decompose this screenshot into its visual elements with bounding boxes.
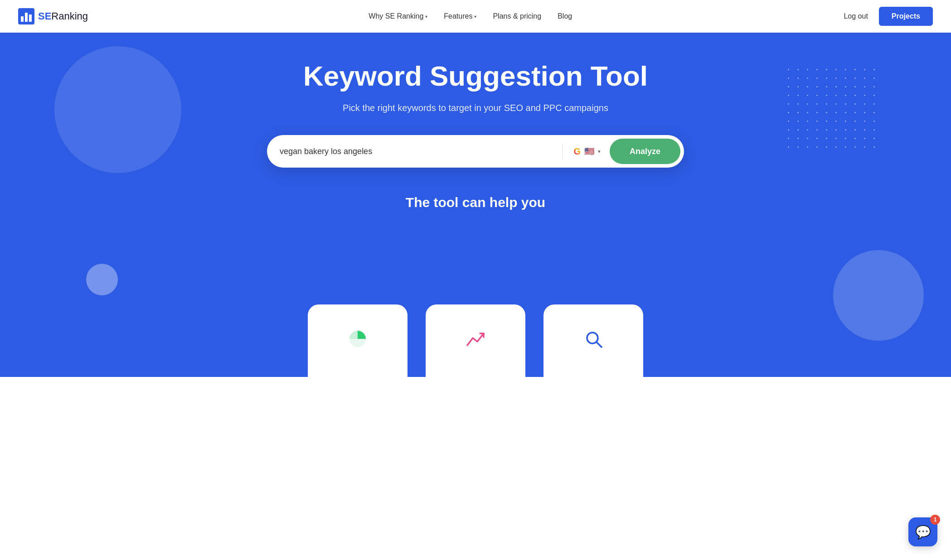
- hero-subtitle: Pick the right keywords to target in you…: [303, 103, 648, 113]
- bottom-title: The tool can help you: [9, 195, 942, 210]
- deco-dot: [788, 95, 789, 96]
- deco-dot: [826, 77, 827, 79]
- deco-dot: [835, 95, 837, 96]
- deco-dot: [854, 86, 856, 87]
- svg-line-5: [597, 342, 602, 347]
- deco-dot: [854, 103, 856, 105]
- deco-dot: [845, 121, 846, 122]
- analyze-button[interactable]: Analyze: [610, 139, 680, 164]
- deco-dot: [816, 69, 818, 70]
- chevron-down-icon: ▾: [425, 14, 427, 19]
- deco-dot: [845, 69, 846, 70]
- deco-dot: [873, 112, 875, 113]
- deco-dot: [873, 103, 875, 105]
- deco-dot: [873, 129, 875, 130]
- feature-card-3: [543, 304, 643, 377]
- deco-dot: [797, 138, 799, 139]
- logout-link[interactable]: Log out: [844, 12, 868, 20]
- deco-dot: [816, 146, 818, 148]
- deco-dot: [864, 129, 865, 130]
- deco-dot: [873, 86, 875, 87]
- search-engine-selector[interactable]: G 🇺🇸 ▾: [570, 146, 604, 157]
- deco-dot: [845, 95, 846, 96]
- deco-dot: [807, 129, 808, 130]
- google-icon: G: [573, 146, 581, 157]
- search-bar: G 🇺🇸 ▾ Analyze: [267, 135, 684, 168]
- deco-dot: [807, 146, 808, 148]
- deco-dot: [854, 121, 856, 122]
- deco-dot: [816, 121, 818, 122]
- deco-dot: [864, 138, 865, 139]
- deco-dot: [864, 112, 865, 113]
- nav-item-plans-pricing[interactable]: Plans & pricing: [493, 12, 541, 20]
- deco-dot: [845, 103, 846, 105]
- deco-dot: [864, 69, 865, 70]
- deco-dot: [807, 138, 808, 139]
- deco-dot: [797, 146, 799, 148]
- deco-dots: // Will generate dots inline below: [788, 69, 878, 150]
- deco-dot: [816, 129, 818, 130]
- hero-title: Keyword Suggestion Tool: [303, 60, 648, 92]
- svg-rect-2: [25, 13, 28, 22]
- chevron-down-icon: ▾: [474, 14, 476, 19]
- country-flag-icon: 🇺🇸: [584, 146, 594, 156]
- nav-item-features[interactable]: Features ▾: [444, 12, 476, 20]
- deco-dot: [835, 112, 837, 113]
- deco-dot: [816, 77, 818, 79]
- deco-dot: [826, 103, 827, 105]
- deco-dot: [797, 95, 799, 96]
- deco-dot: [788, 86, 789, 87]
- deco-dot: [807, 77, 808, 79]
- deco-dot: [826, 95, 827, 96]
- deco-dot: [854, 77, 856, 79]
- projects-button[interactable]: Projects: [879, 7, 933, 26]
- nav-item-why-se-ranking[interactable]: Why SE Ranking ▾: [369, 12, 427, 20]
- deco-dot: [873, 138, 875, 139]
- deco-dot: [845, 112, 846, 113]
- deco-dot: [835, 138, 837, 139]
- deco-dot: [807, 69, 808, 70]
- deco-dot: [826, 86, 827, 87]
- deco-dot: [816, 112, 818, 113]
- deco-dot: [816, 138, 818, 139]
- logo[interactable]: SERanking: [18, 8, 88, 24]
- deco-dot: [788, 121, 789, 122]
- svg-rect-1: [21, 16, 24, 22]
- deco-dot: [854, 95, 856, 96]
- keyword-search-input[interactable]: [280, 147, 555, 156]
- deco-dot: [864, 121, 865, 122]
- navbar: SERanking Why SE Ranking ▾ Features ▾ Pl…: [0, 0, 951, 33]
- deco-dot: [854, 129, 856, 130]
- deco-dot: [873, 95, 875, 96]
- nav-item-blog[interactable]: Blog: [558, 12, 572, 20]
- deco-dot: [826, 146, 827, 148]
- deco-dot: [797, 86, 799, 87]
- deco-dot: [816, 86, 818, 87]
- chevron-down-icon: ▾: [598, 149, 601, 154]
- nav-links: Why SE Ranking ▾ Features ▾ Plans & pric…: [115, 12, 825, 20]
- deco-dot: [845, 138, 846, 139]
- deco-dot: [788, 77, 789, 79]
- deco-dot: [788, 129, 789, 130]
- deco-dot: [797, 103, 799, 105]
- deco-dot: [854, 69, 856, 70]
- deco-dot: [797, 112, 799, 113]
- deco-dot: [797, 77, 799, 79]
- deco-dot: [826, 129, 827, 130]
- svg-rect-3: [29, 14, 32, 22]
- deco-dot: [807, 86, 808, 87]
- nav-right: Log out Projects: [844, 7, 933, 26]
- deco-dot: [807, 121, 808, 122]
- feature-card-2: [426, 304, 525, 377]
- feature-card-1: [308, 304, 408, 377]
- deco-dot: [826, 138, 827, 139]
- deco-dot: [816, 95, 818, 96]
- deco-dot: [845, 146, 846, 148]
- deco-dot: [835, 103, 837, 105]
- pie-chart-icon: [348, 329, 368, 353]
- search-container: G 🇺🇸 ▾ Analyze: [267, 135, 684, 168]
- search-magnify-icon: [583, 329, 603, 353]
- deco-dot: [864, 146, 865, 148]
- deco-dot: [835, 69, 837, 70]
- deco-dot: [845, 86, 846, 87]
